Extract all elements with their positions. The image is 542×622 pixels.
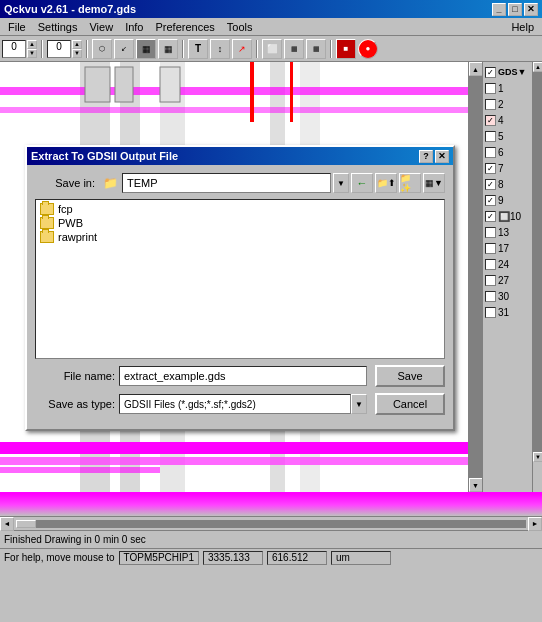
nav-new-folder-btn[interactable]: 📁✨: [399, 173, 421, 193]
savetype-combo[interactable]: GDSII Files (*.gds;*.sf;*.gds2): [119, 394, 351, 414]
file-item-pwb[interactable]: PWB: [38, 216, 442, 230]
dialog-close-button[interactable]: ✕: [435, 150, 449, 163]
nav-up-btn[interactable]: 📁⬆: [375, 173, 397, 193]
dialog-help-button[interactable]: ?: [419, 150, 433, 163]
folder-icon-fcp: [40, 203, 54, 215]
file-item-rawprint[interactable]: rawprint: [38, 230, 442, 244]
savetype-label: Save as type:: [35, 398, 115, 410]
dialog-overlay: Extract To GDSII Output File ? ✕ Save in…: [0, 0, 542, 622]
file-list[interactable]: fcp PWB rawprint: [35, 199, 445, 359]
cancel-button[interactable]: Cancel: [375, 393, 445, 415]
dialog-content: Save in: 📁 TEMP ▼ ← 📁⬆ 📁✨ ▦▼ f: [27, 165, 453, 429]
savetype-combo-arrow[interactable]: ▼: [351, 394, 367, 414]
nav-back-btn[interactable]: ←: [351, 173, 373, 193]
file-name-rawprint: rawprint: [58, 231, 97, 243]
file-item-fcp[interactable]: fcp: [38, 202, 442, 216]
filename-input[interactable]: [119, 366, 367, 386]
dialog-title-buttons: ? ✕: [419, 150, 449, 163]
save-in-combo[interactable]: TEMP: [122, 173, 331, 193]
folder-icon-rawprint: [40, 231, 54, 243]
save-in-combo-row: TEMP ▼ ← 📁⬆ 📁✨ ▦▼: [122, 173, 445, 193]
nav-view-btn[interactable]: ▦▼: [423, 173, 445, 193]
dialog-title-bar: Extract To GDSII Output File ? ✕: [27, 147, 453, 165]
savetype-row: Save as type: GDSII Files (*.gds;*.sf;*.…: [35, 393, 445, 415]
extract-dialog: Extract To GDSII Output File ? ✕ Save in…: [25, 145, 455, 431]
save-in-combo-arrow[interactable]: ▼: [333, 173, 349, 193]
save-in-row: Save in: 📁 TEMP ▼ ← 📁⬆ 📁✨ ▦▼: [35, 173, 445, 193]
save-in-folder-icon: 📁: [103, 176, 118, 190]
folder-icon-pwb: [40, 217, 54, 229]
file-name-pwb: PWB: [58, 217, 83, 229]
dialog-title: Extract To GDSII Output File: [31, 150, 178, 162]
file-name-fcp: fcp: [58, 203, 73, 215]
filename-label: File name:: [35, 370, 115, 382]
save-button[interactable]: Save: [375, 365, 445, 387]
save-in-label: Save in:: [35, 177, 95, 189]
filename-row: File name: Save: [35, 365, 445, 387]
savetype-combo-container: GDSII Files (*.gds;*.sf;*.gds2) ▼: [119, 394, 367, 414]
